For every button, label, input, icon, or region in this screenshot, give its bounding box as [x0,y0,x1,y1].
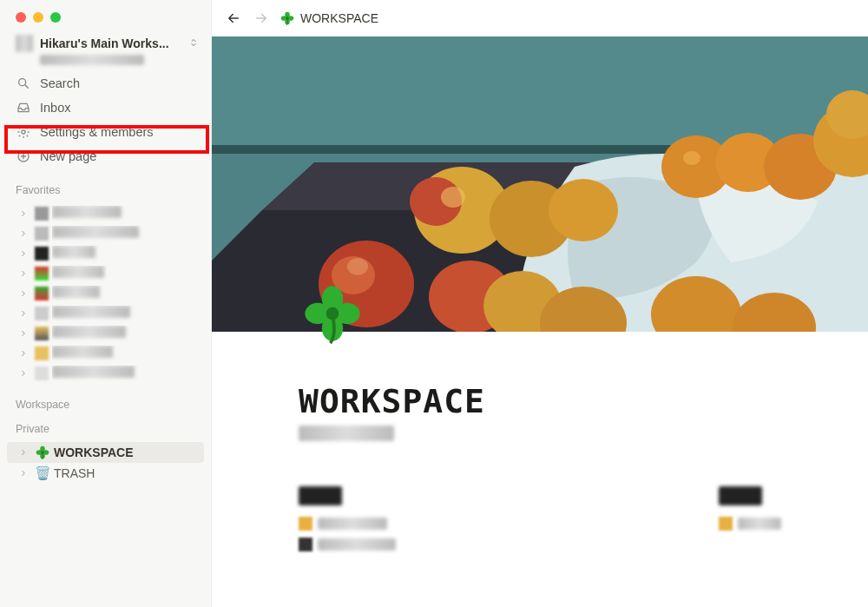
page-subtitle [299,426,781,445]
private-item-workspace[interactable]: WORKSPACE [7,442,204,463]
svg-point-29 [441,187,465,208]
chevron-right-icon [19,249,31,258]
chevron-right-icon [19,349,31,358]
chevron-right-icon [19,369,31,378]
nav-back-button[interactable] [224,9,243,28]
nav-forward-button[interactable] [252,9,271,28]
inbox-icon [16,100,31,115]
workspace-avatar [16,35,33,52]
list-item[interactable] [299,516,396,531]
svg-point-30 [683,151,700,165]
workspace-title: Hikaru's Main Works... [40,36,181,50]
sidebar-settings-label: Settings & members [40,125,154,139]
page-title[interactable]: WORKSPACE [299,332,781,420]
private-item-trash[interactable]: 🗑️ TRASH [7,463,204,484]
minimize-window-button[interactable] [33,12,43,23]
svg-point-20 [549,179,618,241]
chevron-right-icon [19,269,31,278]
favorite-item[interactable] [7,303,204,323]
sidebar-new-page[interactable]: New page [7,144,204,168]
topbar: WORKSPACE [212,0,868,36]
chevron-right-icon [19,448,31,457]
favorites-list [0,200,211,386]
sidebar-newpage-label: New page [40,149,96,163]
window-controls [0,0,211,30]
svg-rect-10 [212,36,868,149]
favorite-item[interactable] [7,323,204,343]
list-item[interactable] [719,516,781,531]
private-item-label: WORKSPACE [54,445,195,459]
section-favorites[interactable]: Favorites [0,172,211,200]
clover-icon [279,10,295,26]
sidebar-search-label: Search [40,76,80,90]
favorite-item[interactable] [7,203,204,223]
sidebar-settings-members[interactable]: Settings & members [7,120,204,144]
chevron-right-icon [19,309,31,318]
chevron-right-icon [19,289,31,298]
gear-icon [16,124,31,140]
updown-icon [188,36,199,51]
maximize-window-button[interactable] [50,12,61,23]
search-icon [16,76,31,91]
breadcrumb[interactable]: WORKSPACE [279,10,378,26]
plus-circle-icon [16,148,31,164]
chevron-right-icon [19,209,31,218]
workspace-subtitle [0,54,211,68]
trash-icon: 🗑️ [35,465,50,481]
sidebar: Hikaru's Main Works... Search Inbox Sett… [0,0,212,607]
page-content [299,486,781,558]
svg-point-28 [347,258,368,275]
private-item-label: TRASH [54,466,195,480]
sidebar-inbox[interactable]: Inbox [7,96,204,120]
breadcrumb-label: WORKSPACE [300,11,378,25]
favorite-item[interactable] [7,263,204,283]
favorite-item[interactable] [7,363,204,383]
chevron-right-icon [19,329,31,338]
private-list: WORKSPACE 🗑️ TRASH [0,439,211,487]
favorite-item[interactable] [7,343,204,363]
workspace-switcher[interactable]: Hikaru's Main Works... [0,30,211,54]
sidebar-inbox-label: Inbox [40,101,70,115]
favorite-item[interactable] [7,223,204,243]
favorite-item[interactable] [7,243,204,263]
content-column-right [719,486,781,558]
close-window-button[interactable] [16,12,26,23]
chevron-right-icon [19,469,31,478]
page-body: WORKSPACE [212,332,868,558]
chevron-right-icon [19,229,31,238]
sidebar-search[interactable]: Search [7,71,204,96]
clover-icon [35,445,50,460]
section-private[interactable]: Private [0,414,211,439]
page-emoji[interactable] [299,280,366,347]
main-area: WORKSPACE [212,0,868,607]
favorite-item[interactable] [7,283,204,303]
section-workspace[interactable]: Workspace [0,386,211,414]
content-column-left [299,486,396,558]
list-item[interactable] [299,537,396,552]
